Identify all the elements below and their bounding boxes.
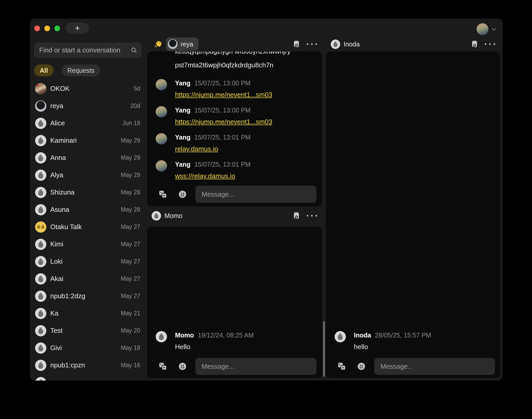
- message-link[interactable]: wss://relay.damus.io: [175, 172, 235, 180]
- conversation-item[interactable]: npub1:2dzg May 27: [34, 287, 142, 305]
- conversation-item[interactable]: Alya May 29: [34, 166, 142, 184]
- conversation-avatar: [35, 342, 46, 354]
- compose-note-icon[interactable]: [294, 40, 300, 48]
- conversation-item[interactable]: Kaminari May 29: [34, 132, 142, 149]
- message-timestamp: 15/07/25, 13:01 PM: [194, 160, 251, 168]
- minimize-button[interactable]: [44, 26, 50, 31]
- message-composer: [159, 186, 317, 203]
- conversation-name: Kimi: [50, 240, 118, 248]
- media-picker-icon[interactable]: [159, 190, 167, 198]
- message-input[interactable]: [195, 358, 317, 375]
- wave-icon[interactable]: [154, 40, 163, 48]
- conversation-name: Givi: [50, 344, 118, 352]
- momo-panel-header: Momo: [147, 209, 322, 222]
- conversation-item[interactable]: Loki May 27: [34, 253, 142, 270]
- message: Yang 15/07/25, 13:00 PM https://njump.me…: [156, 79, 317, 99]
- conversation-item[interactable]: Ka May 21: [34, 305, 142, 322]
- conversation-date: May 27: [121, 275, 140, 282]
- message-avatar: [156, 331, 167, 342]
- conversation-avatar: [35, 256, 46, 267]
- compose-note-icon[interactable]: [294, 212, 300, 220]
- message-composer: [159, 358, 317, 375]
- message-avatar: [156, 106, 167, 117]
- message-timestamp: 15/07/25, 13:00 PM: [194, 79, 251, 87]
- media-picker-icon[interactable]: [159, 362, 167, 370]
- inoda-avatar: [331, 39, 340, 49]
- user-menu-button[interactable]: [477, 23, 497, 35]
- compose-note-icon[interactable]: [472, 40, 478, 48]
- message-list: Yang 15/07/25, 13:00 PM https://njump.me…: [147, 72, 322, 180]
- zoom-button[interactable]: [54, 26, 60, 31]
- conversation-avatar: [35, 170, 46, 181]
- conversation-item[interactable]: Asuna May 28: [34, 201, 142, 218]
- message-link[interactable]: https://njump.me/nevent1...sm03: [175, 91, 272, 99]
- screen: + All Requests: [0, 0, 532, 419]
- conversation-item[interactable]: Alice Jun 18: [34, 115, 142, 132]
- emoji-picker-icon[interactable]: [178, 362, 187, 370]
- conversation-date: May 29: [121, 137, 140, 144]
- scrolled-message-line: pst7mta2t6wpjh0qfzkdrdgu8ch7n: [175, 58, 317, 72]
- close-button[interactable]: [34, 26, 40, 31]
- scrollbar-thumb[interactable]: [323, 321, 325, 377]
- reya-title-pill[interactable]: reya: [166, 37, 198, 51]
- conversation-date: May 28: [121, 189, 140, 196]
- filter-requests[interactable]: Requests: [62, 65, 100, 76]
- momo-avatar: [152, 211, 161, 221]
- app-window: + All Requests: [30, 19, 503, 381]
- inoda-chat-panel: Inoda 28/05/25, 15:57 PM hello: [326, 52, 500, 378]
- message-input[interactable]: [195, 186, 317, 203]
- message-text: Hello: [175, 343, 254, 351]
- conversation-item[interactable]: Anna May 29: [34, 149, 142, 166]
- conversation-date: May 16: [121, 362, 140, 369]
- conversation-avatar: [35, 325, 46, 336]
- message-input[interactable]: [374, 358, 495, 375]
- conversation-avatar: [35, 377, 46, 381]
- message-author: Yang: [175, 79, 190, 87]
- conversation-item[interactable]: Kimi May 27: [34, 236, 142, 253]
- new-chat-button[interactable]: +: [66, 22, 89, 34]
- message: Yang 15/07/25, 13:00 PM https://njump.me…: [156, 106, 317, 126]
- reya-chat-panel: ket6qyqtmpdgzlygh wf666ynzxnwwnjry pst7m…: [147, 52, 322, 206]
- conversation-item[interactable]: Test May 20: [34, 322, 142, 339]
- conversation-item[interactable]: Givi May 18: [34, 339, 142, 357]
- conversation-name: Anna: [50, 154, 118, 162]
- emoji-picker-icon[interactable]: [357, 362, 365, 370]
- window-controls: [34, 26, 60, 31]
- more-options-button[interactable]: [307, 215, 317, 216]
- conversation-name: OKOK: [50, 85, 131, 93]
- message-author: Inoda: [354, 331, 371, 339]
- conversation-date: May 28: [121, 206, 140, 213]
- more-options-button[interactable]: [307, 43, 317, 45]
- search-input[interactable]: [39, 46, 131, 54]
- message-author: Yang: [175, 160, 190, 168]
- more-options-button[interactable]: [485, 43, 495, 45]
- emoji-picker-icon[interactable]: [178, 190, 187, 198]
- filter-all[interactable]: All: [34, 65, 54, 76]
- sidebar: All Requests OKOK 5d: [34, 43, 142, 381]
- conversation-item-partial[interactable]: [34, 374, 142, 381]
- conversation-name: Kaminari: [50, 136, 118, 144]
- conversation-item[interactable]: Akai May 27: [34, 270, 142, 287]
- message: Yang 15/07/25, 13:01 PM relay.damus.io: [156, 133, 317, 153]
- media-picker-icon[interactable]: [338, 362, 346, 370]
- conversation-date: May 29: [121, 172, 140, 179]
- conversation-name: Loki: [50, 257, 118, 265]
- message: Yang 15/07/25, 13:01 PM wss://relay.damu…: [156, 160, 317, 180]
- conversation-avatar: [35, 291, 46, 302]
- conversation-avatar: [35, 83, 46, 94]
- inoda-panel-header: Inoda: [326, 37, 500, 51]
- conversation-name: Test: [50, 327, 118, 335]
- message-link[interactable]: https://njump.me/nevent1...sm03: [175, 118, 272, 126]
- conversation-item[interactable]: reya 20d: [34, 97, 142, 115]
- message-timestamp: 15/07/25, 13:01 PM: [194, 133, 251, 141]
- conversation-item[interactable]: npub1:cpzn May 16: [34, 357, 142, 374]
- conversation-item[interactable]: OKOK 5d: [34, 80, 142, 97]
- message-link[interactable]: relay.damus.io: [175, 145, 218, 153]
- conversation-avatar: [35, 239, 46, 250]
- conversation-date: May 20: [121, 327, 140, 334]
- message-avatar: [156, 160, 167, 172]
- conversation-avatar: [35, 152, 46, 164]
- conversation-item[interactable]: Otaku Talk May 27: [34, 218, 142, 236]
- conversation-name: Shizuna: [50, 188, 118, 196]
- conversation-item[interactable]: Shizuna May 28: [34, 184, 142, 201]
